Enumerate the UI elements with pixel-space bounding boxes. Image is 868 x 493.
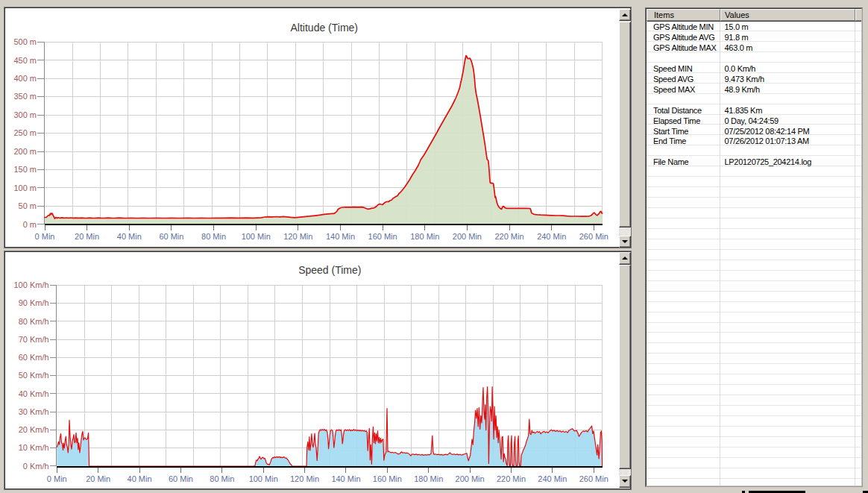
svg-text:140 Min: 140 Min [331, 474, 360, 483]
svg-text:20 Min: 20 Min [86, 474, 110, 483]
svg-text:240 Min: 240 Min [537, 232, 566, 241]
svg-text:40 Km/h: 40 Km/h [19, 389, 49, 398]
svg-text:30 Km/h: 30 Km/h [19, 407, 49, 416]
svg-text:250 m: 250 m [13, 128, 37, 137]
svg-text:450 m: 450 m [13, 56, 37, 65]
svg-text:120 Min: 120 Min [283, 232, 312, 241]
svg-text:60 Km/h: 60 Km/h [19, 353, 49, 362]
svg-text:500 m: 500 m [13, 37, 37, 46]
svg-text:60 Min: 60 Min [159, 232, 183, 241]
svg-text:Speed (Time): Speed (Time) [298, 264, 361, 276]
svg-text:400 m: 400 m [13, 74, 37, 83]
svg-text:200 Min: 200 Min [453, 232, 482, 241]
svg-text:180 Min: 180 Min [410, 232, 439, 241]
svg-text:120 Min: 120 Min [290, 474, 319, 483]
svg-text:Altitude (Time): Altitude (Time) [291, 22, 359, 34]
svg-text:150 m: 150 m [13, 165, 37, 174]
svg-text:70 Km/h: 70 Km/h [19, 335, 49, 344]
svg-text:40 Min: 40 Min [117, 232, 142, 241]
svg-text:90 Km/h: 90 Km/h [19, 298, 49, 307]
svg-text:20 Km/h: 20 Km/h [19, 425, 49, 434]
svg-text:260 Min: 260 Min [579, 474, 608, 483]
svg-text:100 m: 100 m [13, 183, 37, 192]
svg-text:0 Min: 0 Min [35, 232, 55, 241]
svg-text:100 Km/h: 100 Km/h [14, 280, 49, 289]
svg-text:100 Min: 100 Min [249, 474, 278, 483]
svg-text:260 Min: 260 Min [579, 232, 608, 241]
svg-text:0 m: 0 m [23, 220, 37, 229]
svg-text:220 Min: 220 Min [497, 474, 526, 483]
svg-text:350 m: 350 m [13, 92, 37, 101]
svg-text:40 Min: 40 Min [128, 474, 152, 483]
svg-text:50 m: 50 m [19, 201, 37, 210]
svg-text:140 Min: 140 Min [326, 232, 355, 241]
svg-text:220 Min: 220 Min [494, 232, 523, 241]
svg-text:160 Min: 160 Min [373, 474, 402, 483]
svg-text:200 Min: 200 Min [456, 474, 485, 483]
svg-text:240 Min: 240 Min [538, 474, 567, 483]
svg-text:0 Km/h: 0 Km/h [23, 462, 49, 471]
svg-text:80 Min: 80 Min [201, 232, 226, 241]
svg-text:60 Min: 60 Min [169, 474, 193, 483]
svg-text:20 Min: 20 Min [75, 232, 99, 241]
svg-text:10 Km/h: 10 Km/h [19, 443, 49, 452]
svg-text:160 Min: 160 Min [368, 232, 397, 241]
svg-text:200 m: 200 m [13, 147, 37, 156]
svg-text:50 Km/h: 50 Km/h [19, 371, 49, 380]
svg-text:80 Min: 80 Min [210, 474, 234, 483]
svg-text:180 Min: 180 Min [414, 474, 443, 483]
svg-text:0 Min: 0 Min [47, 474, 67, 483]
svg-text:300 m: 300 m [13, 110, 37, 119]
svg-text:80 Km/h: 80 Km/h [19, 317, 49, 326]
svg-text:100 Min: 100 Min [242, 232, 271, 241]
